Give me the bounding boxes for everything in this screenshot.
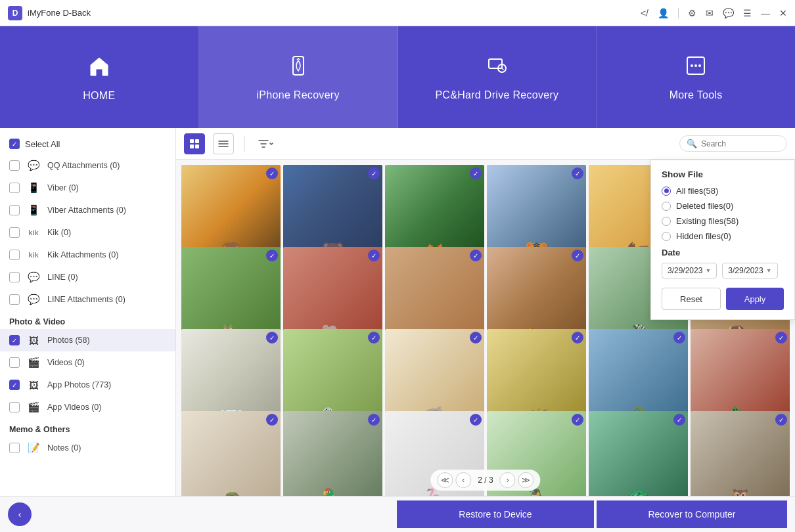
prev-page-button[interactable]: ‹ — [455, 472, 471, 488]
sidebar-item-app-photos[interactable]: ✓ 🖼 App Photos (773) — [0, 374, 175, 396]
kik-att-icon: kik — [26, 248, 41, 262]
chat-icon[interactable]: 💬 — [723, 8, 734, 18]
photo-check-icon: ✓ — [572, 167, 583, 179]
app-videos-label: App Videos (0) — [47, 403, 101, 412]
titlebar-actions: </ 👤 ⚙ ✉ 💬 ☰ — ✕ — [641, 8, 787, 18]
videos-icon: 🎬 — [26, 355, 41, 370]
photo-animal: 🐢 — [181, 487, 281, 496]
mail-icon[interactable]: ✉ — [706, 8, 714, 18]
folder-view-button[interactable] — [213, 133, 234, 154]
sidebar-item-line[interactable]: 💬 LINE (0) — [0, 266, 175, 288]
menu-icon[interactable]: ☰ — [743, 8, 752, 18]
settings-icon[interactable]: ⚙ — [688, 8, 696, 18]
sidebar-item-viber[interactable]: 📱 Viber (0) — [0, 177, 175, 199]
sidebar: ✓ Select All 💬 QQ Attachments (0) 📱 Vibe… — [0, 128, 176, 496]
kik-label: Kik (0) — [47, 228, 71, 237]
photo-cell[interactable]: ✓🦜 — [283, 411, 382, 496]
photo-cell[interactable]: ✓🦉 — [691, 411, 790, 496]
close-icon[interactable]: ✕ — [779, 8, 787, 18]
reset-button[interactable]: Reset — [662, 288, 721, 310]
app-photos-label: App Photos (773) — [47, 380, 111, 389]
back-button[interactable]: ‹ — [8, 502, 32, 526]
filter-hidden-radio[interactable] — [662, 232, 671, 241]
sidebar-item-photos[interactable]: ✓ 🖼 Photos (58) — [0, 329, 175, 351]
minimize-icon[interactable]: — — [761, 8, 770, 18]
toolbar: 🔍 — [176, 128, 795, 160]
photo-cell[interactable]: ✓🐢 — [181, 411, 281, 496]
nav-pc-recovery-label: PC&Hard Drive Recovery — [435, 89, 558, 101]
first-page-button[interactable]: ≪ — [437, 472, 453, 488]
apply-button[interactable]: Apply — [726, 288, 784, 310]
select-all-checkbox[interactable]: ✓ — [9, 139, 20, 149]
restore-to-device-button[interactable]: Restore to Device — [397, 500, 594, 528]
photo-check-icon: ✓ — [266, 414, 278, 426]
photo-check-icon: ✓ — [673, 332, 685, 344]
last-page-button[interactable]: ≫ — [518, 472, 534, 488]
photos-checkbox[interactable]: ✓ — [9, 335, 20, 345]
filter-button[interactable] — [256, 133, 277, 154]
app-logo: D — [8, 6, 22, 20]
toolbar-separator — [244, 136, 245, 152]
filter-all-files[interactable]: All files(58) — [662, 186, 784, 196]
svg-rect-10 — [195, 144, 199, 148]
photo-check-icon: ✓ — [266, 250, 278, 261]
photo-cell[interactable]: ✓🦚 — [589, 411, 688, 496]
filter-deleted-radio[interactable] — [662, 202, 671, 211]
photo-check-icon: ✓ — [266, 332, 278, 344]
grid-view-button[interactable] — [184, 133, 205, 154]
section-photo-video: Photo & Video — [0, 311, 175, 329]
sidebar-item-videos[interactable]: 🎬 Videos (0) — [0, 351, 175, 374]
select-all-row[interactable]: ✓ Select All — [0, 133, 175, 154]
filter-existing-files[interactable]: Existing files(58) — [662, 216, 784, 226]
page-info: 2 / 3 — [474, 476, 497, 485]
photo-check-icon: ✓ — [266, 167, 278, 179]
videos-checkbox[interactable] — [9, 357, 20, 368]
photos-icon: 🖼 — [26, 333, 41, 347]
app-videos-checkbox[interactable] — [9, 402, 20, 412]
date-from-value: 3/29/2023 — [668, 266, 702, 275]
kik-att-checkbox[interactable] — [9, 250, 20, 260]
share-icon[interactable]: </ — [641, 8, 648, 18]
nav-pc-recovery[interactable]: PC&Hard Drive Recovery — [398, 26, 597, 128]
sidebar-item-qq-attachments[interactable]: 💬 QQ Attachments (0) — [0, 154, 175, 177]
filter-deleted-files[interactable]: Deleted files(0) — [662, 201, 784, 211]
filter-existing-radio[interactable] — [662, 217, 671, 226]
next-page-button[interactable]: › — [500, 472, 516, 488]
nav-iphone-recovery[interactable]: iPhone Recovery — [199, 26, 398, 128]
filter-hidden-files[interactable]: Hidden files(0) — [662, 231, 784, 241]
nav-home[interactable]: HOME — [0, 26, 199, 128]
photo-check-icon: ✓ — [368, 167, 380, 179]
svg-rect-1 — [489, 59, 502, 68]
sidebar-item-notes[interactable]: 📝 Notes (0) — [0, 437, 175, 459]
sidebar-item-line-att[interactable]: 💬 LINE Attachments (0) — [0, 288, 175, 311]
nav-more-tools[interactable]: More Tools — [597, 26, 795, 128]
line-checkbox[interactable] — [9, 272, 20, 282]
recover-to-computer-button[interactable]: Recover to Computer — [597, 500, 787, 528]
svg-rect-9 — [190, 144, 194, 148]
notes-checkbox[interactable] — [9, 443, 20, 453]
line-att-checkbox[interactable] — [9, 294, 20, 305]
sidebar-item-viber-att[interactable]: 📱 Viber Attachments (0) — [0, 199, 175, 221]
sidebar-item-kik[interactable]: kik Kik (0) — [0, 221, 175, 244]
user-icon[interactable]: 👤 — [658, 8, 669, 18]
kik-checkbox[interactable] — [9, 227, 20, 238]
sidebar-item-app-videos[interactable]: 🎬 App Videos (0) — [0, 396, 175, 418]
search-input[interactable] — [701, 139, 780, 148]
sidebar-item-kik-att[interactable]: kik Kik Attachments (0) — [0, 244, 175, 266]
qq-att-checkbox[interactable] — [9, 160, 20, 171]
date-to-input[interactable]: 3/29/2023 ▼ — [722, 263, 777, 278]
filter-deleted-label: Deleted files(0) — [676, 201, 733, 211]
viber-checkbox[interactable] — [9, 183, 20, 193]
viber-att-checkbox[interactable] — [9, 205, 20, 215]
notes-icon: 📝 — [26, 441, 41, 455]
nav-iphone-recovery-label: iPhone Recovery — [256, 89, 339, 101]
app-photos-checkbox[interactable]: ✓ — [9, 380, 20, 390]
filter-title: Show File — [662, 169, 784, 179]
app-videos-icon: 🎬 — [26, 400, 41, 414]
filter-all-radio[interactable] — [662, 187, 671, 196]
photo-check-icon: ✓ — [470, 332, 482, 344]
line-icon: 💬 — [26, 270, 41, 284]
date-from-input[interactable]: 3/29/2023 ▼ — [662, 263, 717, 278]
viber-label: Viber (0) — [47, 183, 79, 192]
photo-animal: 🦜 — [283, 487, 382, 496]
